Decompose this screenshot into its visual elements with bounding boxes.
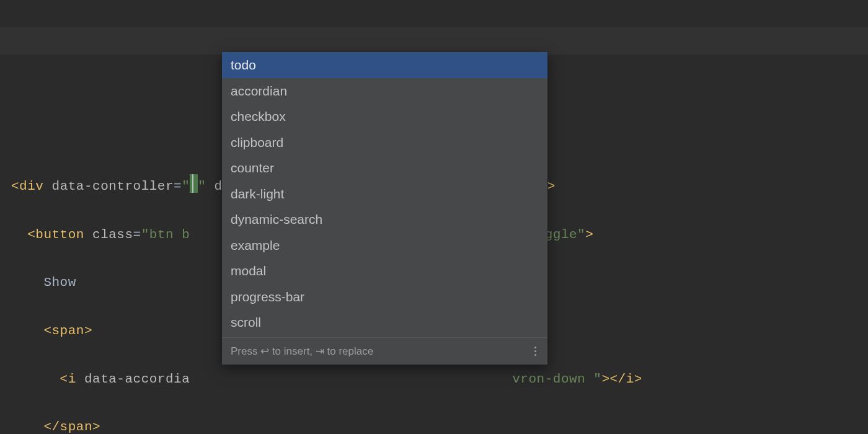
autocomplete-item[interactable]: clipboard [222,130,547,156]
autocomplete-list: todo accordian checkbox clipboard counte… [222,52,547,337]
autocomplete-item[interactable]: checkbox [222,104,547,130]
more-options-icon[interactable] [532,344,539,358]
code-line[interactable]: </span> [11,414,868,434]
autocomplete-item[interactable]: dark-light [222,181,547,207]
code-line[interactable]: <i data-accordiavron-down "></i> [11,366,868,393]
autocomplete-hint-bar: Press ↩ to insert, ⇥ to replace [222,337,547,365]
text-caret [190,174,198,193]
autocomplete-item[interactable]: modal [222,258,547,284]
autocomplete-item[interactable]: dynamic-search [222,206,547,232]
autocomplete-popup: todo accordian checkbox clipboard counte… [222,52,547,365]
autocomplete-hint-text: Press ↩ to insert, ⇥ to replace [231,343,373,360]
autocomplete-item[interactable]: todo [222,52,547,78]
autocomplete-item[interactable]: accordian [222,78,547,104]
autocomplete-item[interactable]: example [222,232,547,259]
autocomplete-item[interactable]: scroll [222,309,547,335]
current-line-highlight [0,27,868,55]
autocomplete-item[interactable]: progress-bar [222,284,547,310]
autocomplete-item[interactable]: counter [222,155,547,181]
